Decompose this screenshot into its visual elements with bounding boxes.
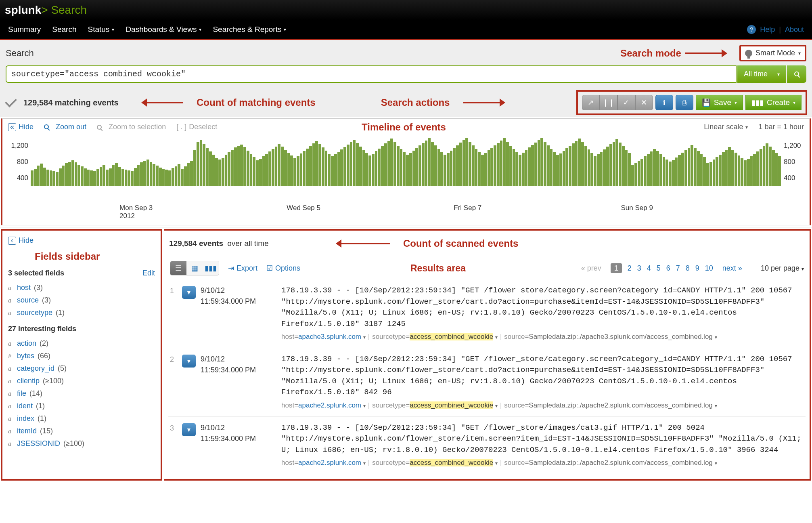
pager-page[interactable]: 8	[686, 264, 690, 272]
sidebar-hide-button[interactable]: ‹Hide	[8, 236, 155, 245]
event-sourcetype[interactable]: access_combined_wcookie	[410, 333, 493, 340]
pager-page[interactable]: 9	[695, 264, 699, 272]
field-type-icon: a	[8, 284, 14, 292]
edit-fields-link[interactable]: Edit	[142, 269, 155, 277]
caret-down-icon[interactable]: ▾	[715, 334, 717, 340]
timeline-deselect[interactable]: [ . ] Deselect	[176, 123, 217, 131]
print-button[interactable]: ⎙	[676, 95, 693, 110]
caret-down-icon[interactable]: ▾	[363, 403, 366, 409]
zoom-in-icon	[97, 125, 102, 130]
collapse-icon: ‹	[8, 237, 16, 245]
event-expand-button[interactable]: ▼	[182, 355, 196, 368]
event-expand-button[interactable]: ▼	[182, 286, 196, 299]
pager-page[interactable]: 10	[705, 264, 713, 272]
help-link[interactable]: Help	[760, 25, 775, 34]
event-host[interactable]: apache2.splunk.com	[298, 459, 361, 466]
search-icon	[794, 71, 799, 76]
field-item[interactable]: aclientip (≥100)	[8, 375, 155, 387]
arrow-right-icon	[685, 53, 722, 54]
event-source[interactable]: Sampledata.zip:./apache3.splunk.com/acce…	[529, 333, 713, 340]
event-source[interactable]: Sampledata.zip:./apache2.splunk.com/acce…	[529, 401, 713, 409]
field-item[interactable]: aindex (1)	[8, 412, 155, 425]
event-meta: host=apache2.splunk.com ▾|sourcetype=acc…	[281, 401, 804, 411]
job-pause-button[interactable]: ❙❙	[600, 95, 617, 110]
save-button[interactable]: 💾Save ▾	[696, 95, 743, 110]
x-tick-label: Wed Sep 5	[287, 204, 320, 212]
per-page-dropdown[interactable]: 10 per page ▾	[761, 264, 804, 273]
pager-page[interactable]: 7	[676, 264, 680, 272]
job-popout-button[interactable]: ↗	[582, 95, 600, 110]
field-type-icon: a	[8, 403, 14, 410]
event-row: 3▼9/10/1211:59:34.000 PM178.19.3.39 - - …	[168, 417, 806, 474]
export-button[interactable]: ⇥Export	[228, 264, 257, 273]
arrow-right-icon	[463, 102, 500, 103]
job-finalize-button[interactable]: ✓	[617, 95, 635, 110]
caret-down-icon[interactable]: ▾	[715, 460, 717, 466]
event-expand-button[interactable]: ▼	[182, 423, 196, 436]
matching-events-count: 129,584 matching events	[23, 98, 119, 107]
nav-searches-reports[interactable]: Searches & Reports ▾	[213, 25, 286, 34]
pager-page[interactable]: 4	[647, 264, 651, 272]
field-item[interactable]: aident (1)	[8, 400, 155, 412]
caret-down-icon[interactable]: ▾	[363, 334, 366, 340]
table-icon: ▦	[191, 264, 198, 273]
pager-page[interactable]: 3	[637, 264, 641, 272]
nav-summary[interactable]: Summary	[8, 25, 41, 34]
pager-prev[interactable]: « prev	[581, 264, 601, 273]
field-type-icon: a	[8, 440, 14, 447]
job-inspect-button[interactable]: i	[655, 95, 673, 110]
field-item[interactable]: aJSESSIONID (≥100)	[8, 437, 155, 450]
event-source[interactable]: Sampledata.zip:./apache2.splunk.com/acce…	[529, 459, 713, 466]
pager-page[interactable]: 6	[666, 264, 670, 272]
lightbulb-icon	[745, 50, 752, 57]
caret-down-icon: ▾	[199, 27, 201, 32]
view-table-button[interactable]: ▦	[186, 261, 203, 275]
x-tick-label: Fri Sep 7	[454, 204, 481, 212]
caret-down-icon[interactable]: ▾	[363, 460, 366, 466]
options-button[interactable]: ☑Options	[266, 264, 300, 273]
field-item[interactable]: aitemId (15)	[8, 425, 155, 437]
view-chart-button[interactable]: ▮▮▮	[203, 261, 219, 275]
caret-down-icon: ▾	[793, 100, 795, 105]
view-list-button[interactable]: ☰	[170, 261, 186, 275]
collapse-icon: «	[8, 123, 16, 131]
field-item[interactable]: asourcetype (1)	[8, 307, 155, 319]
event-number: 2	[170, 354, 182, 411]
field-item[interactable]: afile (14)	[8, 387, 155, 400]
event-sourcetype[interactable]: access_combined_wcookie	[410, 401, 493, 409]
about-link[interactable]: About	[785, 25, 804, 34]
field-type-icon: a	[8, 378, 14, 385]
field-item[interactable]: ahost (3)	[8, 281, 155, 294]
timeline-zoom-selection[interactable]: Zoom to selection	[97, 123, 166, 131]
pager-page[interactable]: 5	[657, 264, 661, 272]
timeline-scale-dropdown[interactable]: Linear scale ▾	[704, 123, 748, 131]
caret-down-icon[interactable]: ▾	[715, 403, 717, 409]
timeline-y-axis-left: 400 800 1,200	[8, 138, 31, 186]
event-host[interactable]: apache2.splunk.com	[298, 401, 361, 409]
field-item[interactable]: acategory_id (5)	[8, 362, 155, 375]
create-button[interactable]: ▮▮▮Create ▾	[745, 95, 802, 110]
nav-search[interactable]: Search	[52, 25, 76, 34]
search-mode-dropdown[interactable]: Smart Mode ▾	[739, 45, 806, 61]
pager-page[interactable]: 2	[628, 264, 632, 272]
caret-down-icon: ▾	[284, 27, 286, 32]
run-search-button[interactable]	[787, 65, 806, 83]
field-item[interactable]: aaction (2)	[8, 337, 155, 350]
event-timestamp: 9/10/1211:59:34.000 PM	[201, 422, 281, 468]
nav-status[interactable]: Status ▾	[88, 25, 115, 34]
timeline-bars[interactable]	[31, 138, 781, 186]
pager-next[interactable]: next »	[722, 264, 742, 273]
pager-page[interactable]: 1	[611, 263, 622, 273]
event-host[interactable]: apache3.splunk.com	[298, 333, 361, 340]
timeline-zoom-out[interactable]: Zoom out	[44, 123, 86, 131]
field-item[interactable]: #bytes (66)	[8, 350, 155, 362]
event-number: 1	[170, 285, 182, 342]
field-item[interactable]: asource (3)	[8, 294, 155, 307]
timeline-hide-button[interactable]: «Hide	[8, 123, 33, 131]
time-range-picker[interactable]: All time▾	[737, 65, 786, 83]
chart-icon: ▮▮▮	[205, 264, 217, 273]
search-input[interactable]: sourcetype="access_combined_wcookie"	[6, 65, 737, 83]
event-sourcetype[interactable]: access_combined_wcookie	[410, 459, 493, 466]
job-cancel-button[interactable]: ✕	[635, 95, 653, 110]
nav-dashboards[interactable]: Dashboards & Views ▾	[126, 25, 201, 34]
